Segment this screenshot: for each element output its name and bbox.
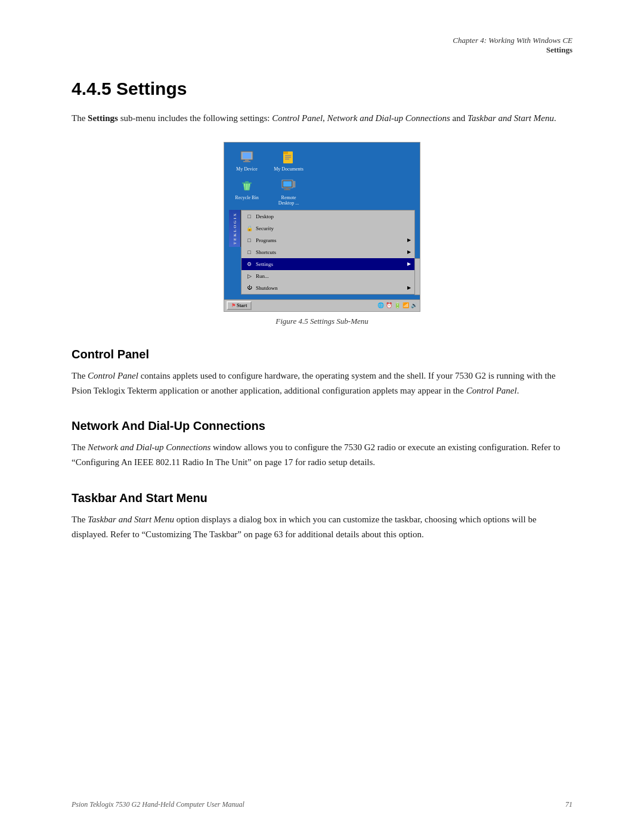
svg-rect-8 [285, 159, 289, 160]
signal-tray-icon: 📶 [402, 302, 409, 308]
control-panel-icon: 🖥 [420, 261, 420, 269]
desktop-icons-row1: My Device My Documents [229, 148, 415, 172]
shortcuts-menu-icon: □ [245, 248, 253, 256]
desktop-area: My Device My Documents [224, 143, 420, 299]
start-button[interactable]: ⚑ Start [227, 301, 252, 310]
section-title: 4.4.5 Settings [72, 79, 572, 99]
remote-desktop-icon: Remote Desktop ... [273, 177, 304, 206]
submenu-network[interactable]: 🌐 Network... [415, 271, 420, 283]
intro-paragraph: The Settings sub-menu includes the follo… [72, 111, 572, 125]
start-flag-icon: ⚑ [231, 303, 236, 308]
run-menu-icon: ▷ [245, 272, 253, 280]
subsection-title-control-panel: Control Panel [72, 348, 572, 361]
recycle-bin-icon: Recycle Bin [231, 177, 262, 206]
menu-item-run[interactable]: ▷ Run... [242, 270, 414, 282]
submenu-control-panel[interactable]: 🖥 Control Panel [415, 259, 420, 271]
menu-item-security[interactable]: 🔒 Security [242, 222, 414, 234]
start-menu-area: TEKLOGIX □ Desktop 🔒 Security [229, 210, 415, 295]
taskbar: ⚑ Start 🌐 ⏰ 🔋 📶 🔊 [224, 299, 420, 311]
network-tray-icon: 🌐 [377, 302, 384, 308]
svg-rect-9 [242, 182, 252, 184]
svg-rect-17 [293, 181, 295, 187]
footer-left: Psion Teklogix 7530 G2 Hand-Held Compute… [72, 800, 244, 809]
chapter-header: Chapter 4: Working With Windows CE Setti… [72, 36, 572, 55]
svg-rect-16 [284, 189, 290, 190]
svg-rect-3 [243, 161, 250, 162]
figure-caption: Figure 4.5 Settings Sub-Menu [275, 317, 369, 326]
battery-tray-icon: 🔋 [394, 302, 401, 308]
settings-arrow: ▶ [407, 261, 411, 267]
footer-right: 71 [565, 800, 572, 809]
programs-arrow: ▶ [407, 237, 411, 243]
screenshot-box: My Device My Documents [224, 142, 420, 312]
security-menu-icon: 🔒 [245, 224, 253, 233]
shortcuts-arrow: ▶ [407, 249, 411, 255]
shutdown-arrow: ▶ [407, 285, 411, 290]
clock-tray-icon: ⏰ [386, 302, 392, 308]
settings-submenu: 🖥 Control Panel 🌐 Network... 📋 Taskbar..… [414, 258, 420, 295]
subsection-title-network: Network And Dial-Up Connections [72, 419, 572, 433]
svg-rect-5 [283, 151, 288, 154]
svg-rect-10 [245, 181, 249, 182]
svg-rect-1 [243, 153, 251, 159]
subsection-title-taskbar: Taskbar And Start Menu [72, 491, 572, 505]
start-menu: □ Desktop 🔒 Security □ Programs ▶ [241, 210, 415, 295]
submenu-taskbar[interactable]: 📋 Taskbar... [415, 283, 420, 295]
desktop-icons-row2: Recycle Bin Remote Desktop ... [229, 177, 415, 206]
desktop-menu-icon: □ [245, 212, 253, 221]
menu-item-settings[interactable]: ⚙ Settings ▶ 🖥 Control Panel 🌐 Network. [242, 258, 414, 270]
chapter-title: Chapter 4: Working With Windows CE [453, 36, 572, 45]
menu-item-shortcuts[interactable]: □ Shortcuts ▶ [242, 246, 414, 258]
network-icon: 🌐 [420, 272, 420, 281]
network-body: The Network and Dial-up Connections wind… [72, 440, 572, 470]
taskbar-icon: 📋 [420, 284, 420, 293]
menu-item-programs[interactable]: □ Programs ▶ [242, 234, 414, 246]
svg-rect-14 [283, 181, 292, 187]
programs-menu-icon: □ [245, 236, 253, 244]
taskbar-body: The Taskbar and Start Menu option displa… [72, 512, 572, 542]
menu-item-shutdown[interactable]: ⏻ Shutdown ▶ [242, 282, 414, 294]
control-panel-body: The Control Panel contains applets used … [72, 368, 572, 398]
figure-container: My Device My Documents [72, 142, 572, 326]
shutdown-menu-icon: ⏻ [245, 284, 253, 292]
menu-item-desktop[interactable]: □ Desktop [242, 210, 414, 222]
svg-rect-7 [285, 157, 291, 158]
settings-menu-icon: ⚙ [245, 260, 253, 268]
page-footer: Psion Teklogix 7530 G2 Hand-Held Compute… [0, 800, 644, 809]
my-documents-icon: My Documents [273, 148, 304, 172]
taskbar-system-icons: 🌐 ⏰ 🔋 📶 🔊 [377, 302, 417, 308]
section-name: Settings [546, 45, 572, 54]
sound-tray-icon: 🔊 [411, 302, 417, 308]
my-device-icon: My Device [231, 148, 262, 172]
svg-rect-6 [285, 155, 291, 156]
brand-label: TEKLOGIX [233, 212, 237, 244]
